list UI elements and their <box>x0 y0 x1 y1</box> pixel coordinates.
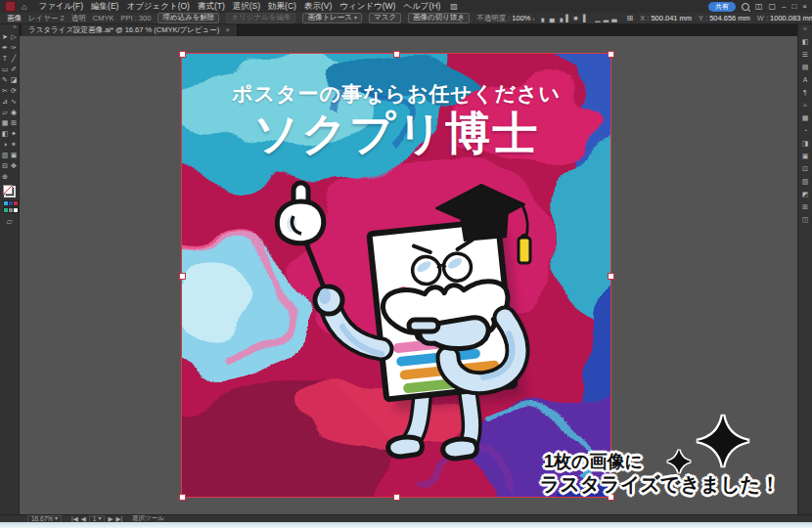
menu-item[interactable]: オブジェクト(O) <box>126 1 189 13</box>
panel-libraries-icon[interactable]: ◫ <box>800 215 810 225</box>
shape-builder-tool[interactable]: ◉ <box>10 108 19 117</box>
scale-tool[interactable]: ⊿ <box>1 97 10 107</box>
paintbrush-tool[interactable]: ✐ <box>10 65 19 74</box>
selection-handle[interactable] <box>179 51 186 58</box>
selection-handle[interactable] <box>179 273 186 280</box>
selection-handle[interactable] <box>179 494 186 501</box>
arrange-documents-icon[interactable]: ◫ <box>755 2 763 11</box>
menu-item[interactable]: 表示(V) <box>304 1 332 13</box>
taskbar-edge <box>0 522 812 528</box>
minimize-button[interactable]: – <box>782 2 786 11</box>
unembed-button[interactable]: 埋め込みを解除 <box>158 13 219 23</box>
home-icon[interactable]: ⌂ <box>22 2 26 12</box>
panel-graph-icon[interactable]: ▥ <box>800 177 810 187</box>
screen-mode-icon[interactable]: ▱ <box>6 217 12 226</box>
gradient-tool[interactable]: ◧ <box>1 129 10 139</box>
document-tab-title: ラスタライズ設定画像.ai* @ 16.67 % (CMYK/プレビュー) <box>28 25 219 35</box>
workspace-switcher-icon[interactable]: ▢ <box>768 2 776 11</box>
menu-item[interactable]: 書式(T) <box>198 1 225 13</box>
rotate-tool[interactable]: ⟳ <box>10 86 19 96</box>
swatch-red[interactable] <box>13 200 19 206</box>
type-tool[interactable]: T <box>1 54 10 64</box>
selection-handle[interactable] <box>393 494 400 501</box>
menu-item[interactable]: 効果(C) <box>268 1 296 13</box>
panel-stroke-icon[interactable]: ≈ <box>800 101 810 110</box>
direct-selection-tool[interactable]: ▷ <box>10 32 19 42</box>
symbol-sprayer-tool[interactable]: ✶ <box>10 140 19 150</box>
reference-point-icon[interactable]: ⊞ <box>627 14 634 22</box>
crop-image-button[interactable]: 画像の切り抜き <box>408 13 470 23</box>
menu-item[interactable]: ファイル(F) <box>38 1 83 13</box>
panel-properties-icon[interactable]: ◧ <box>800 37 810 47</box>
transparency-indicator[interactable]: 透明 <box>71 14 86 23</box>
menu-item[interactable]: 編集(E) <box>91 1 118 13</box>
selection-handle[interactable] <box>608 51 614 58</box>
document-tab[interactable]: ラスタライズ設定画像.ai* @ 16.67 % (CMYK/プレビュー) × <box>22 23 238 36</box>
pencil-tool[interactable]: ✎ <box>1 75 10 85</box>
artboard-poster[interactable]: ポスターの事ならお任せください ソクプリ博士 <box>182 54 610 497</box>
search-icon[interactable] <box>742 3 749 11</box>
eyedropper-tool[interactable]: ✦ <box>10 129 19 139</box>
panel-links-icon[interactable]: ⊡ <box>800 164 810 174</box>
toolbar-collapse-icon[interactable]: » <box>13 23 19 31</box>
fill-stroke-indicator[interactable] <box>3 185 16 198</box>
slice-tool[interactable]: ⊟ <box>1 161 10 171</box>
scissors-tool[interactable]: ✂ <box>1 86 10 96</box>
edit-original-button: オリジナルを編集 <box>226 13 295 23</box>
perspective-grid-tool[interactable]: ▦ <box>1 118 10 128</box>
width-field[interactable]: W :1000.083 mm <box>757 14 812 22</box>
panel-transparency-icon[interactable]: ◔ <box>800 126 810 136</box>
zoom-tool[interactable]: ⊕ <box>1 172 10 182</box>
column-graph-tool[interactable]: ▥ <box>1 151 10 160</box>
x-position-field[interactable]: X :500.041 mm <box>640 14 692 22</box>
align-icons[interactable]: ▖▄▗▌■▐ <box>541 15 588 22</box>
chevron-down-icon: ▾ <box>354 15 357 21</box>
width-tool[interactable]: ∿ <box>10 97 19 107</box>
eraser-tool[interactable]: ◪ <box>10 75 19 85</box>
panel-artboards-icon[interactable]: ⊞ <box>800 202 810 212</box>
control-bar: 画像 レイヤー 2 透明 CMYK PPI : 300 埋め込みを解除 オリジナ… <box>0 13 812 24</box>
mask-button[interactable]: マスク <box>369 13 401 23</box>
curvature-tool[interactable]: ✑ <box>10 43 19 53</box>
ppi-indicator: PPI : 300 <box>120 14 151 22</box>
selection-handle[interactable] <box>608 273 614 280</box>
selection-handle[interactable] <box>608 494 614 501</box>
panel-appearance-icon[interactable]: ▣ <box>800 152 810 161</box>
opacity-field[interactable]: 不透明度 : 100% › <box>476 14 534 23</box>
menu-item[interactable]: 選択(S) <box>233 1 260 13</box>
panel-swatches-icon[interactable]: ▦ <box>800 113 810 123</box>
canvas-area[interactable]: ポスターの事ならお任せください ソクプリ博士 1枚の画像に ラスタライズできまし… <box>20 36 798 515</box>
mesh-tool[interactable]: ⊞ <box>10 118 19 128</box>
close-button[interactable]: × <box>802 2 807 11</box>
panel-type-icon[interactable]: A <box>800 75 810 85</box>
y-position-field[interactable]: Y :504.656 mm <box>699 14 750 22</box>
menu-item[interactable]: ウィンドウ(W) <box>339 1 395 13</box>
share-button[interactable]: 共有 <box>708 2 736 12</box>
tab-close-icon[interactable]: × <box>225 25 230 34</box>
panel-color-icon[interactable]: ▤ <box>800 63 810 72</box>
pen-tool[interactable]: ✒ <box>1 43 10 53</box>
layer-indicator[interactable]: レイヤー 2 <box>28 14 65 23</box>
panel-layers-icon[interactable]: ☰ <box>800 50 810 60</box>
restore-button[interactable]: □ <box>791 2 796 11</box>
menu-items: ファイル(F)編集(E)オブジェクト(O)書式(T)選択(S)効果(C)表示(V… <box>34 1 444 13</box>
panel-graphic-styles-icon[interactable]: ◩ <box>800 190 810 199</box>
distribute-icons[interactable]: ▁▂▃ <box>595 15 619 22</box>
selection-tool[interactable]: ➤ <box>1 32 10 42</box>
image-trace-button[interactable]: 画像トレース ▾ <box>302 13 362 23</box>
line-tool[interactable]: ╱ <box>10 54 19 64</box>
free-transform-tool[interactable]: ▱ <box>1 108 10 117</box>
blend-tool[interactable]: ◑ <box>1 140 10 150</box>
hand-tool[interactable]: ✥ <box>10 161 19 171</box>
menu-item[interactable]: ヘルプ(H) <box>403 1 440 13</box>
fill-swatch-none[interactable] <box>3 185 13 195</box>
document-tab-bar: ラスタライズ設定画像.ai* @ 16.67 % (CMYK/プレビュー) × <box>20 23 798 36</box>
panel-gradient-icon[interactable]: ◨ <box>800 139 810 149</box>
document-preview-icon: ▨ <box>450 2 458 11</box>
dock-expand-icon[interactable]: « <box>803 25 807 34</box>
swatch-white[interactable] <box>13 207 19 213</box>
panel-paragraph-icon[interactable]: ¶ <box>800 88 810 98</box>
artboard-tool[interactable]: ▣ <box>10 151 19 160</box>
rectangle-tool[interactable]: ▭ <box>1 65 10 74</box>
selection-handle[interactable] <box>393 51 400 58</box>
